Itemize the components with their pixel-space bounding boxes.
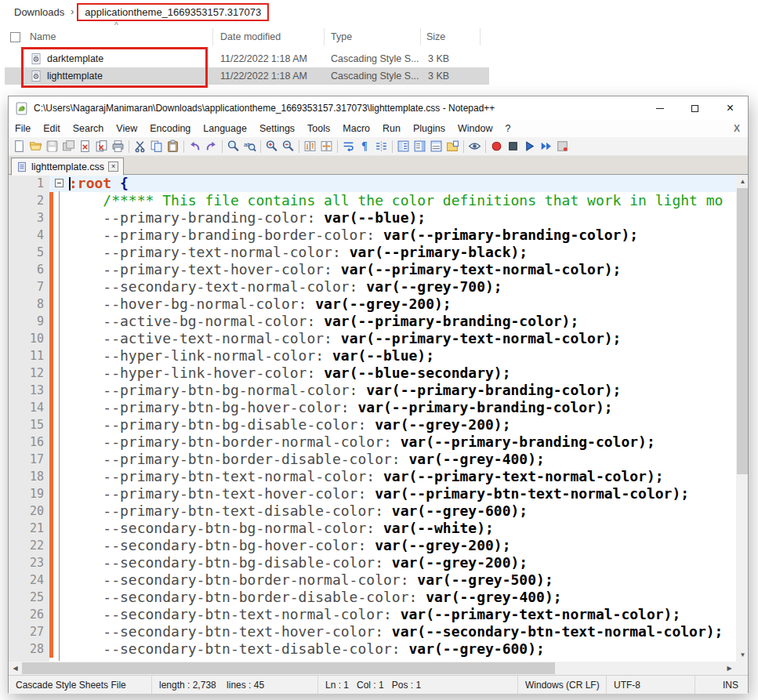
column-header-size[interactable]: Size [426, 31, 445, 42]
function-list-button[interactable] [395, 138, 412, 155]
scroll-right-icon[interactable]: ▶ [723, 662, 736, 675]
cut-button[interactable] [132, 138, 148, 155]
select-all-checkbox[interactable] [10, 32, 20, 42]
editor-line[interactable]: 21 --secondary-btn-bg-normal-color: var(… [9, 520, 736, 537]
scroll-up-icon[interactable]: ▲ [736, 175, 748, 188]
word-wrap-button[interactable] [340, 138, 357, 155]
editor-line[interactable]: 18 --primary-btn-text-normal-color: var(… [9, 468, 736, 485]
fold-toggle-icon[interactable] [55, 179, 63, 187]
sync-h-button[interactable] [318, 138, 335, 155]
menu-search[interactable]: Search [67, 123, 111, 134]
tab-lighttemplate-css[interactable]: lighttemplate.css × [11, 158, 124, 176]
menu-run[interactable]: Run [376, 123, 407, 134]
new-file-button[interactable] [11, 138, 27, 155]
redo-button[interactable] [203, 138, 219, 155]
editor-line[interactable]: 25 --secondary-btn-border-disable-color:… [9, 589, 736, 606]
file-row-darktemplate[interactable]: darktemplate11/22/2022 1:18 AMCascading … [5, 50, 489, 67]
editor-line[interactable]: 24 --secondary-btn-border-normal-color: … [9, 571, 736, 589]
maximize-button[interactable] [677, 96, 713, 120]
save-all-button[interactable] [60, 138, 77, 155]
status-encoding[interactable]: UTF-8 [607, 676, 695, 694]
close-button[interactable]: × [713, 96, 748, 120]
editor-line[interactable]: 16 --primary-btn-border-normal-color: va… [9, 433, 736, 451]
document-list-button[interactable] [428, 138, 444, 155]
editor-line[interactable]: 7 --secondary-text-normal-color: var(--g… [9, 278, 736, 296]
editor-line[interactable]: 6 --primary-text-hover-color: var(--prim… [9, 261, 736, 278]
editor-line[interactable]: 3 --primary-branding-color: var(--blue); [9, 209, 736, 227]
close-button[interactable] [77, 138, 93, 155]
column-header-type[interactable]: Type [331, 31, 352, 42]
status-typing-mode[interactable]: INS [695, 676, 748, 694]
menu-plugins[interactable]: Plugins [407, 123, 452, 134]
zoom-out-button[interactable] [280, 138, 296, 155]
folder-workspace-button[interactable] [444, 138, 461, 155]
document-map-button[interactable] [412, 138, 428, 155]
editor-line[interactable]: 2 /***** This file contains all the colo… [9, 192, 736, 209]
monitoring-button[interactable] [466, 138, 483, 155]
menu-help[interactable]: ? [499, 123, 517, 134]
editor-line[interactable]: 14 --primary-btn-bg-hover-color: var(--p… [9, 399, 736, 416]
breadcrumb-current-folder[interactable]: applicationtheme_1669353157.317073 [77, 3, 269, 21]
horizontal-scrollbar[interactable]: ◀ ▶ [9, 662, 736, 675]
undo-button[interactable] [187, 138, 203, 155]
editor-line[interactable]: 9 --active-bg-normal-color: var(--primar… [9, 313, 736, 330]
title-bar[interactable]: C:\Users\NagarajManimaran\Downloads\appl… [9, 96, 748, 120]
save-button[interactable] [44, 138, 60, 155]
minimize-button[interactable] [642, 96, 677, 120]
vertical-scrollbar[interactable]: ▲ ▼ [736, 175, 748, 662]
editor-line[interactable]: 26 --secondary-btn-text-normal-color: va… [9, 606, 736, 623]
macro-play-button[interactable] [521, 138, 538, 155]
editor-line[interactable]: 23 --secondary-btn-bg-disable-color: var… [9, 554, 736, 571]
editor-line[interactable]: 13 --primary-btn-bg-normal-color: var(--… [9, 382, 736, 399]
open-button[interactable] [27, 138, 44, 155]
editor-line[interactable]: 22 --secondary-btn-bg-hover-color: var(-… [9, 537, 736, 554]
menu-file[interactable]: File [9, 123, 37, 134]
editor-line[interactable]: 28 --secondary-btn-text-disable-color: v… [9, 640, 736, 658]
horizontal-scrollbar-thumb[interactable] [22, 662, 555, 674]
code-area[interactable]: 1:root {2 /***** This file contains all … [9, 175, 736, 662]
macro-save-button[interactable] [554, 138, 571, 155]
macro-stop-button[interactable] [505, 138, 521, 155]
editor-line[interactable]: 19 --primary-btn-text-hover-color: var(-… [9, 485, 736, 502]
copy-button[interactable] [148, 138, 165, 155]
editor-line[interactable]: 5 --primary-text-normal-color: var(--pri… [9, 244, 736, 261]
editor-line[interactable]: 17 --primary-btn-border-disable-color: v… [9, 451, 736, 468]
editor-line[interactable]: 11 --hyper-link-normal-color: var(--blue… [9, 347, 736, 365]
menu-window[interactable]: Window [452, 123, 499, 134]
editor-line[interactable]: 15 --primary-btn-bg-disable-color: var(-… [9, 416, 736, 433]
menu-macro[interactable]: Macro [336, 123, 376, 134]
menu-view[interactable]: View [110, 123, 143, 134]
editor-line[interactable]: 12 --hyper-link-hover-color: var(--blue-… [9, 365, 736, 382]
breadcrumb-downloads[interactable]: Downloads [11, 5, 67, 20]
column-header-name[interactable]: Name [30, 31, 56, 42]
replace-button[interactable]: ab [241, 138, 258, 155]
editor-line[interactable]: 8 --hover-bg-normal-color: var(--grey-20… [9, 296, 736, 313]
menu-settings[interactable]: Settings [253, 123, 301, 134]
tab-close-icon[interactable]: × [108, 161, 118, 172]
sync-v-button[interactable] [302, 138, 318, 155]
macro-record-button[interactable] [488, 138, 505, 155]
status-eol-format[interactable]: Windows (CR LF) [518, 676, 607, 694]
menubar-close-icon[interactable]: X [734, 123, 740, 134]
file-row-lighttemplate[interactable]: lighttemplate11/22/2022 1:18 AMCascading… [5, 67, 489, 85]
editor-line[interactable]: 20 --primary-btn-text-disable-color: var… [9, 502, 736, 520]
menu-language[interactable]: Language [197, 123, 253, 134]
zoom-in-button[interactable] [263, 138, 280, 155]
editor-line[interactable]: 10 --active-text-normal-color: var(--pri… [9, 330, 736, 347]
editor-line[interactable]: 1:root { [9, 175, 736, 192]
editor-line[interactable]: 4 --primary-branding-border-color: var(-… [9, 227, 736, 244]
menu-tools[interactable]: Tools [301, 123, 336, 134]
close-all-button[interactable] [93, 138, 110, 155]
menu-encoding[interactable]: Encoding [143, 123, 197, 134]
print-button[interactable] [110, 138, 126, 155]
paste-button[interactable] [165, 138, 181, 155]
editor-line[interactable]: 27 --secondary-btn-text-hover-color: var… [9, 623, 736, 640]
menu-edit[interactable]: Edit [37, 123, 67, 134]
find-button[interactable] [225, 138, 241, 155]
scroll-left-icon[interactable]: ◀ [9, 662, 22, 675]
show-all-chars-button[interactable]: ¶ [357, 138, 373, 155]
column-header-date-modified[interactable]: Date modified [220, 31, 281, 42]
editor[interactable]: 1:root {2 /***** This file contains all … [9, 175, 748, 675]
indent-guide-button[interactable] [373, 138, 390, 155]
scroll-down-icon[interactable]: ▼ [736, 648, 748, 662]
